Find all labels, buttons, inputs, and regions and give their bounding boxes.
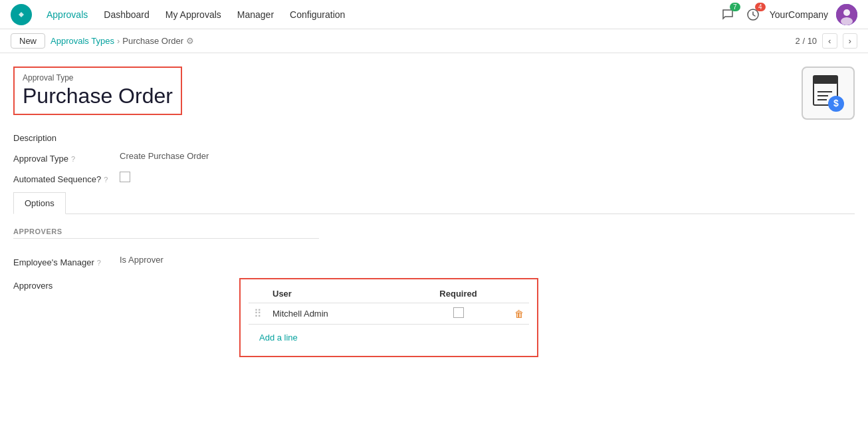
nav-my-approvals[interactable]: My Approvals [159,7,228,23]
tabs-bar: Options [13,192,855,214]
approval-title[interactable]: Purchase Order [23,84,173,108]
delete-cell: 🗑 [509,303,529,325]
svg-rect-6 [814,76,837,84]
company-name: YourCompany [770,9,828,20]
new-button[interactable]: New [11,33,45,49]
breadcrumb-links: Approvals Types › Purchase Order ⚙ [51,36,194,46]
gear-icon[interactable]: ⚙ [186,36,194,46]
chat-icon-wrap[interactable]: 7 [719,6,736,23]
svg-point-3 [843,9,850,16]
nav-left: Approvals Dashboard My Approvals Manager… [11,4,352,25]
add-line-button[interactable]: Add a line [254,329,303,347]
add-line-cell: Add a line [249,325,529,351]
add-line-row: Add a line [249,325,529,351]
next-button[interactable]: › [843,33,857,49]
prev-button[interactable]: ‹ [822,33,837,49]
approvers-label: Approvers [13,278,120,291]
main-content: Approval Type Purchase Order $ Descripti… [0,53,868,426]
app-logo [11,4,32,25]
col-actions [509,285,529,303]
required-cell [407,303,509,325]
employees-manager-label: Employee's Manager ? [13,255,120,267]
svg-text:$: $ [833,98,839,108]
app-icon: $ [802,67,855,120]
breadcrumb-left: New Approvals Types › Purchase Order ⚙ [11,33,194,49]
top-navigation: Approvals Dashboard My Approvals Manager… [0,0,868,29]
description-row: Description [13,130,855,143]
breadcrumb-current: Purchase Order ⚙ [122,36,194,46]
approval-type-help-icon[interactable]: ? [71,155,75,163]
automated-sequence-checkbox[interactable] [120,172,130,182]
table-row: ⠿ Mitchell Admin 🗑 [249,303,529,325]
nav-dashboard[interactable]: Dashboard [97,7,156,23]
breadcrumb-parent[interactable]: Approvals Types [51,36,114,46]
approvers-table-wrap: User Required ⠿ Mitchell Admin [239,278,538,357]
nav-manager[interactable]: Manager [231,7,280,23]
breadcrumb-right: 2 / 10 ‹ › [796,33,857,49]
approval-type-row: Approval Type ? Create Purchase Order [13,151,855,164]
col-required-header: Required [407,285,509,303]
approval-type-field-label: Approval Type ? [13,151,120,164]
automated-sequence-help-icon[interactable]: ? [104,176,108,184]
approvers-table-row: Approvers User Required [13,278,855,357]
delete-row-button[interactable]: 🗑 [514,309,524,319]
automated-sequence-row: Automated Sequence? ? [13,172,855,184]
form-title-section: Approval Type Purchase Order [13,67,182,115]
nav-configuration[interactable]: Configuration [283,7,352,23]
tab-options[interactable]: Options [13,192,66,214]
breadcrumb-bar: New Approvals Types › Purchase Order ⚙ 2… [0,29,868,53]
approvers-section-header-row: APPROVERS [13,227,855,247]
col-user-header: User [267,285,407,303]
drag-handle-cell: ⠿ [249,303,267,325]
description-label: Description [13,130,120,143]
breadcrumb-current-label: Purchase Order [122,36,183,46]
form-body: Description Approval Type ? Create Purch… [13,130,855,376]
approvers-table: User Required ⠿ Mitchell Admin [249,285,529,351]
activity-badge: 4 [755,3,766,11]
user-avatar[interactable] [836,4,857,25]
breadcrumb-separator: › [117,36,120,46]
user-cell[interactable]: Mitchell Admin [267,303,407,325]
form-header: Approval Type Purchase Order $ [13,67,855,120]
nav-approvals[interactable]: Approvals [40,7,94,23]
pagination-text: 2 / 10 [796,36,817,46]
svg-point-4 [841,17,853,25]
approvers-section-title: APPROVERS [13,227,319,239]
automated-sequence-label: Automated Sequence? ? [13,172,120,184]
employees-manager-help-icon[interactable]: ? [97,259,101,267]
approval-type-label: Approval Type [23,73,173,82]
drag-handle-icon[interactable]: ⠿ [254,308,262,319]
activity-icon-wrap[interactable]: 4 [744,6,762,23]
employees-manager-row: Employee's Manager ? Is Approver [13,255,855,267]
nav-right: 7 4 YourCompany [719,4,857,25]
chat-badge: 7 [730,3,740,11]
employees-manager-value[interactable]: Is Approver [120,255,163,265]
required-checkbox[interactable] [453,307,464,318]
approval-type-value[interactable]: Create Purchase Order [120,151,209,161]
col-drag [249,285,267,303]
